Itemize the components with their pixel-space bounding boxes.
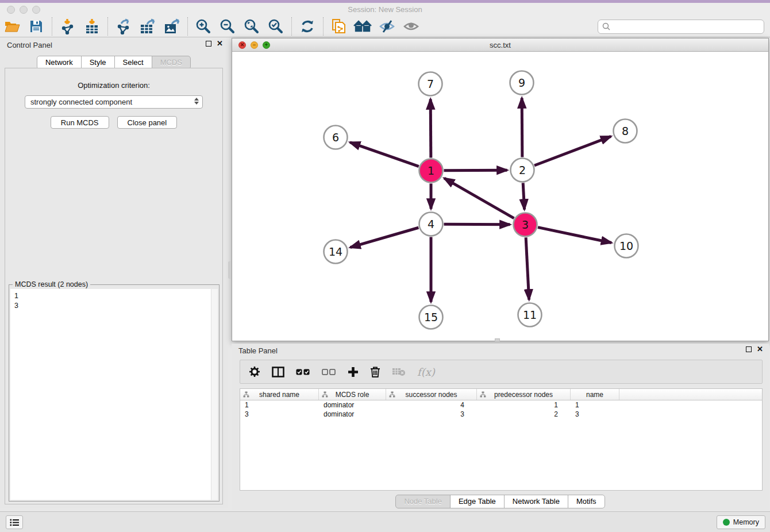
criterion-value: strongly connected component [30, 98, 132, 106]
deselect-all-icon[interactable] [322, 369, 336, 375]
import-table-icon[interactable] [82, 18, 102, 35]
show-all-icon[interactable] [402, 18, 421, 35]
mcds-result-text[interactable]: 1 3 [10, 289, 218, 500]
control-panel: Control Panel ✕ NetworkStyleSelectMCDS O… [0, 38, 228, 508]
home-icon[interactable] [353, 18, 373, 35]
task-history-button[interactable] [6, 515, 23, 529]
edge-1-7[interactable] [430, 99, 431, 157]
column-header-MCDS-role[interactable]: MCDS role [319, 389, 386, 400]
search-input[interactable] [598, 20, 764, 34]
edge-4-3[interactable] [444, 224, 510, 225]
cell[interactable]: dominator [319, 410, 386, 419]
delete-table-icon[interactable] [392, 367, 406, 376]
table-row[interactable]: 1dominator411 [240, 400, 762, 410]
list-icon [10, 519, 19, 526]
edge-3-10[interactable] [538, 228, 611, 243]
cell[interactable]: 3 [386, 410, 477, 419]
network-canvas[interactable]: 7968124314101511 [232, 52, 768, 341]
node-label-3: 3 [522, 218, 529, 231]
toolbar-separator [52, 17, 52, 36]
save-session-icon[interactable] [26, 18, 46, 35]
toolbar-separator [323, 17, 324, 36]
tab-network-table[interactable]: Network Table [504, 495, 568, 508]
node-label-7: 7 [427, 78, 434, 90]
toolbar-separator [291, 17, 292, 36]
clone-network-icon[interactable] [329, 18, 349, 35]
zoom-selected-icon[interactable] [266, 18, 286, 35]
hide-selected-icon[interactable] [378, 18, 397, 35]
close-panel-icon[interactable]: ✕ [217, 41, 223, 47]
add-icon[interactable] [348, 367, 359, 377]
close-panel-button[interactable]: Close panel [117, 116, 178, 129]
mcds-result-scrollbar[interactable] [211, 289, 218, 500]
cell[interactable]: dominator [319, 400, 386, 410]
network-graph[interactable]: 7968124314101511 [232, 52, 768, 341]
cell[interactable]: 4 [386, 400, 477, 410]
cell[interactable]: 1 [240, 400, 319, 410]
edge-4-14[interactable] [350, 228, 418, 247]
control-panel-title: Control Panel [7, 41, 52, 49]
column-header-successor-nodes[interactable]: successor nodes [386, 389, 477, 400]
network-window-titlebar[interactable]: ✕ − + scc.txt [232, 38, 768, 52]
criterion-select[interactable]: strongly connected component [25, 95, 203, 109]
edge-3-1[interactable] [444, 178, 514, 218]
float-panel-icon[interactable] [746, 346, 752, 352]
memory-button[interactable]: Memory [717, 515, 765, 529]
edge-1-2[interactable] [444, 170, 507, 171]
gear-icon[interactable] [249, 366, 260, 377]
optimization-criterion-label: Optimization criterion: [5, 81, 222, 90]
edge-2-9[interactable] [522, 98, 522, 157]
cell[interactable]: 3 [240, 410, 319, 419]
vertical-split-handle[interactable] [228, 261, 231, 279]
table-panel: Table Panel ✕ f(x) shared nameMCDS rol [232, 344, 769, 510]
table-body[interactable]: 1dominator4113dominator323 [240, 400, 762, 419]
network-window-title: scc.txt [232, 41, 768, 49]
function-builder-icon[interactable]: f(x) [417, 366, 435, 378]
export-network-icon[interactable] [114, 18, 133, 35]
float-panel-icon[interactable] [206, 41, 211, 47]
table-header[interactable]: shared nameMCDS rolesuccessor nodesprede… [240, 389, 762, 400]
node-table[interactable]: shared nameMCDS rolesuccessor nodesprede… [240, 388, 763, 491]
import-network-icon[interactable] [58, 18, 78, 35]
edge-1-6[interactable] [350, 142, 419, 167]
cell[interactable]: 1 [571, 400, 619, 410]
delete-icon[interactable] [370, 366, 380, 377]
node-label-10: 10 [619, 240, 633, 252]
split-pane-icon[interactable] [272, 367, 284, 377]
export-image-icon[interactable] [162, 18, 182, 35]
zoom-in-icon[interactable] [194, 18, 213, 35]
window-title: Session: New Session [0, 5, 770, 14]
select-all-icon[interactable] [296, 369, 310, 375]
export-table-icon[interactable] [138, 18, 157, 35]
edge-3-11[interactable] [526, 237, 529, 299]
edge-2-3[interactable] [523, 183, 524, 209]
run-mcds-button[interactable]: Run MCDS [51, 116, 109, 129]
cell[interactable]: 2 [477, 410, 571, 419]
edge-2-8[interactable] [534, 136, 611, 165]
chevron-updown-icon [194, 98, 199, 105]
node-label-4: 4 [428, 218, 434, 230]
zoom-fit-icon[interactable] [242, 18, 261, 35]
column-header-filler [619, 389, 762, 400]
column-header-shared-name[interactable]: shared name [240, 389, 319, 400]
mcds-result-group: MCDS result (2 nodes) 1 3 [9, 284, 220, 502]
tab-edge-table[interactable]: Edge Table [450, 495, 505, 508]
column-header-predecessor-nodes[interactable]: predecessor nodes [477, 389, 571, 400]
table-row[interactable]: 3dominator323 [240, 410, 762, 419]
tab-node-table[interactable]: Node Table [395, 495, 451, 508]
close-panel-icon[interactable]: ✕ [757, 346, 763, 352]
cell[interactable]: 1 [477, 400, 571, 410]
cell[interactable]: 3 [571, 410, 619, 419]
zoom-out-icon[interactable] [218, 18, 237, 35]
open-session-icon[interactable] [2, 18, 22, 35]
search-icon [602, 22, 611, 31]
horizontal-split-handle[interactable] [495, 338, 500, 342]
table-tabs: Node TableEdge TableNetwork TableMotifs [232, 495, 769, 508]
network-window: ✕ − + scc.txt 7968124314101511 [232, 38, 769, 341]
apply-layout-icon[interactable] [298, 18, 317, 35]
table-panel-title: Table Panel [238, 346, 278, 355]
column-header-name[interactable]: name [571, 389, 619, 400]
status-bar: Memory [0, 511, 770, 532]
node-label-1: 1 [428, 164, 434, 177]
tab-motifs[interactable]: Motifs [568, 495, 605, 508]
